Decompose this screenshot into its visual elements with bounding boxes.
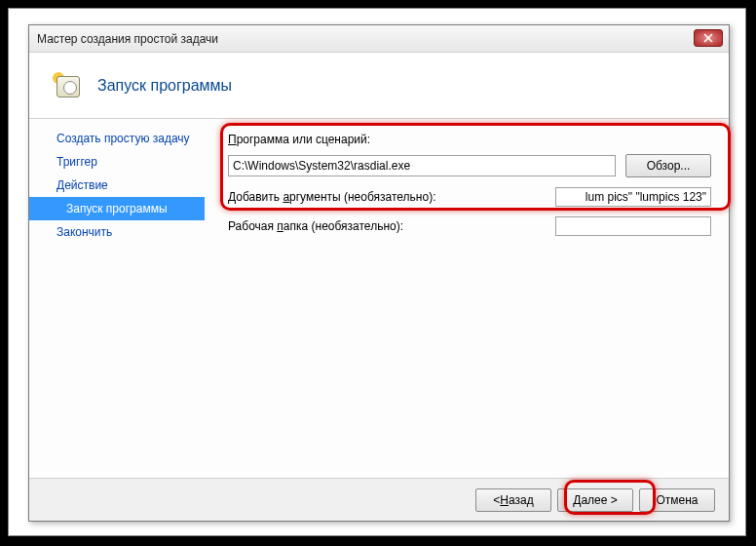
wizard-body: Создать простую задачу Триггер Действие … <box>29 119 729 478</box>
close-button[interactable] <box>694 29 723 47</box>
sidebar-item-create-task[interactable]: Создать простую задачу <box>29 127 205 150</box>
wizard-sidebar: Создать простую задачу Триггер Действие … <box>29 119 205 478</box>
screenshot-frame: Мастер создания простой задачи Запуск пр… <box>8 8 746 536</box>
wizard-header: Запуск программы <box>29 53 729 119</box>
page-title: Запуск программы <box>97 77 232 95</box>
workdir-row: Рабочая папка (необязательно): <box>228 216 711 236</box>
arguments-row: Добавить аргументы (необязательно): <box>228 187 711 207</box>
wizard-content: Программа или сценарий: Обзор... Добавит… <box>210 119 729 478</box>
sidebar-item-trigger[interactable]: Триггер <box>29 150 205 174</box>
back-button[interactable]: < Назад <box>475 488 551 512</box>
sidebar-item-finish[interactable]: Закончить <box>29 220 205 244</box>
browse-button[interactable]: Обзор... <box>625 154 711 177</box>
sidebar-item-start-program[interactable]: Запуск программы <box>29 197 205 220</box>
arguments-label: Добавить аргументы (необязательно): <box>228 190 436 204</box>
workdir-input[interactable] <box>555 216 711 236</box>
program-path-input[interactable] <box>228 155 616 176</box>
window-title: Мастер создания простой задачи <box>37 32 218 46</box>
program-label: Программа или сценарий: <box>228 133 370 146</box>
program-label-row: Программа или сценарий: <box>228 133 711 146</box>
wizard-footer: < Назад Далее > Отмена <box>29 478 729 521</box>
arguments-input[interactable] <box>555 187 711 207</box>
workdir-label: Рабочая папка (необязательно): <box>228 219 403 233</box>
task-scheduler-icon <box>51 70 82 101</box>
wizard-window: Мастер создания простой задачи Запуск пр… <box>28 24 730 522</box>
close-icon <box>703 33 713 43</box>
next-button[interactable]: Далее > <box>557 488 633 512</box>
sidebar-item-action[interactable]: Действие <box>29 174 205 197</box>
program-input-row: Обзор... <box>228 154 711 177</box>
cancel-button[interactable]: Отмена <box>639 488 715 512</box>
titlebar: Мастер создания простой задачи <box>29 25 729 53</box>
